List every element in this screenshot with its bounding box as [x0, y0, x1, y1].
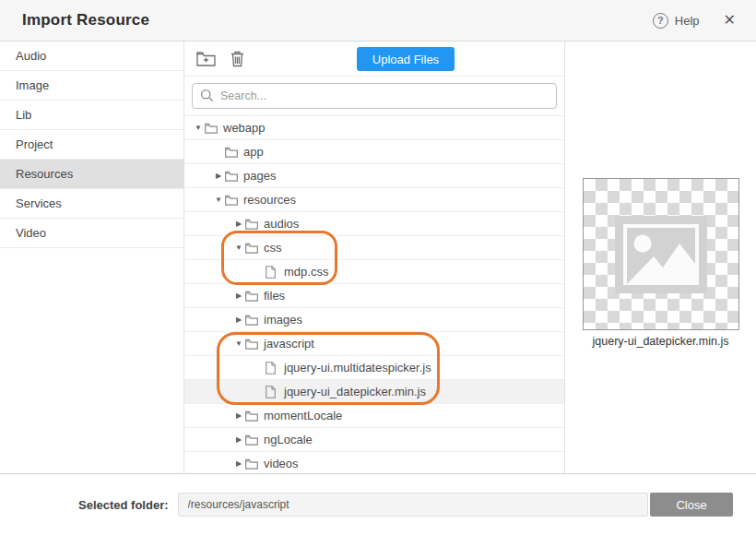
tree-item-label: ngLocale — [264, 433, 313, 446]
collapse-arrow-icon[interactable]: ▼ — [232, 340, 245, 348]
file-browser-panel: Upload Files ▼webappapp▶pages▼resources▶… — [184, 42, 565, 473]
folder-icon — [245, 291, 264, 302]
search-area — [184, 77, 564, 115]
sidebar-item-services[interactable]: Services — [0, 189, 183, 219]
upload-files-button[interactable]: Upload Files — [357, 47, 455, 71]
folder-icon — [205, 123, 223, 134]
expand-arrow-icon[interactable]: ▶ — [232, 220, 245, 228]
sidebar-item-project[interactable]: Project — [0, 130, 183, 160]
tree-item-label: momentLocale — [264, 409, 342, 422]
tree-item-label: webapp — [223, 121, 266, 135]
delete-trash-icon[interactable] — [227, 49, 247, 69]
folder-icon — [225, 147, 243, 158]
file-icon — [266, 362, 284, 374]
expand-arrow-icon[interactable]: ▶ — [212, 172, 225, 180]
folder-icon — [245, 315, 264, 326]
tree-row[interactable]: ▶files — [184, 284, 564, 308]
sidebar-item-image[interactable]: Image — [0, 71, 183, 101]
folder-icon — [225, 171, 243, 182]
collapse-arrow-icon[interactable]: ▼ — [192, 125, 205, 132]
collapse-arrow-icon[interactable]: ▼ — [212, 196, 225, 204]
folder-icon — [245, 219, 264, 230]
transparency-checkerboard — [583, 178, 739, 330]
expand-arrow-icon[interactable]: ▶ — [232, 436, 245, 444]
file-icon — [266, 266, 284, 279]
folder-icon — [225, 195, 243, 206]
sidebar-item-audio[interactable]: Audio — [0, 42, 183, 71]
tree-row[interactable]: ▶momentLocale — [184, 404, 564, 428]
tree-row[interactable]: ▼resources — [184, 188, 564, 212]
tree-row[interactable]: ▼webapp — [184, 116, 564, 140]
browser-toolbar: Upload Files — [184, 42, 564, 77]
tree-item-label: pages — [243, 169, 276, 183]
tree-row[interactable]: mdp.css — [184, 260, 564, 284]
tree-row[interactable]: ▶videos — [184, 452, 564, 473]
tree-item-label: videos — [264, 457, 299, 470]
dialog-body: AudioImageLibProjectResourcesServicesVid… — [0, 42, 756, 474]
import-resource-dialog: Import Resource ? Help ✕ AudioImageLibPr… — [0, 0, 756, 535]
tree-item-label: audios — [264, 217, 299, 231]
tree-item-label: images — [264, 313, 302, 327]
tree-row[interactable]: ▶images — [184, 308, 564, 332]
expand-arrow-icon[interactable]: ▶ — [232, 460, 245, 468]
selected-folder-label: Selected folder: — [78, 498, 169, 512]
dialog-header: Import Resource ? Help ✕ — [0, 0, 756, 42]
dialog-title: Import Resource — [22, 11, 149, 30]
tree-item-label: app — [243, 145, 264, 159]
folder-icon — [245, 458, 264, 470]
dialog-footer: Selected folder: Close — [0, 474, 756, 535]
expand-arrow-icon[interactable]: ▶ — [232, 292, 245, 300]
tree-item-label: css — [264, 241, 282, 255]
preview-panel: jquery-ui_datepicker.min.js — [565, 42, 756, 473]
tree-row[interactable]: ▶audios — [184, 212, 564, 236]
folder-icon — [245, 339, 264, 350]
category-sidebar: AudioImageLibProjectResourcesServicesVid… — [0, 42, 184, 473]
image-placeholder-icon — [615, 216, 707, 293]
search-input[interactable] — [192, 83, 557, 109]
help-label: Help — [675, 14, 700, 28]
new-folder-icon[interactable] — [195, 49, 216, 69]
close-button[interactable]: Close — [650, 493, 733, 517]
folder-icon — [245, 410, 264, 422]
expand-arrow-icon[interactable]: ▶ — [232, 316, 245, 324]
tree-item-label: jquery-ui.multidatespicker.js — [284, 361, 431, 374]
help-button[interactable]: ? Help — [653, 13, 700, 29]
preview-caption: jquery-ui_datepicker.min.js — [593, 335, 729, 348]
tree-item-label: mdp.css — [284, 265, 328, 279]
collapse-arrow-icon[interactable]: ▼ — [232, 244, 245, 252]
close-icon[interactable]: ✕ — [724, 13, 736, 28]
tree-row[interactable]: jquery-ui.multidatespicker.js — [184, 356, 564, 380]
tree-item-label: javascript — [264, 337, 314, 351]
tree-row[interactable]: ▼css — [184, 236, 564, 260]
tree-row[interactable]: ▶pages — [184, 164, 564, 188]
tree-item-label: resources — [243, 193, 296, 207]
expand-arrow-icon[interactable]: ▶ — [232, 412, 245, 420]
tree-row[interactable]: app — [184, 140, 564, 164]
question-circle-icon: ? — [653, 13, 668, 29]
tree-item-label: files — [264, 289, 285, 303]
tree-item-label: jquery-ui_datepicker.min.js — [284, 385, 426, 398]
search-icon — [200, 89, 214, 102]
folder-icon — [245, 243, 264, 254]
sidebar-item-video[interactable]: Video — [0, 219, 183, 248]
folder-icon — [245, 434, 264, 446]
selected-folder-input[interactable] — [178, 493, 648, 517]
tree-row[interactable]: jquery-ui_datepicker.min.js — [184, 380, 564, 404]
tree-row[interactable]: ▶ngLocale — [184, 428, 564, 452]
file-icon — [266, 386, 284, 398]
sidebar-item-lib[interactable]: Lib — [0, 101, 183, 130]
sidebar-item-resources[interactable]: Resources — [0, 160, 183, 189]
file-tree: ▼webappapp▶pages▼resources▶audios▼cssmdp… — [184, 115, 564, 473]
tree-row[interactable]: ▼javascript — [184, 332, 564, 356]
